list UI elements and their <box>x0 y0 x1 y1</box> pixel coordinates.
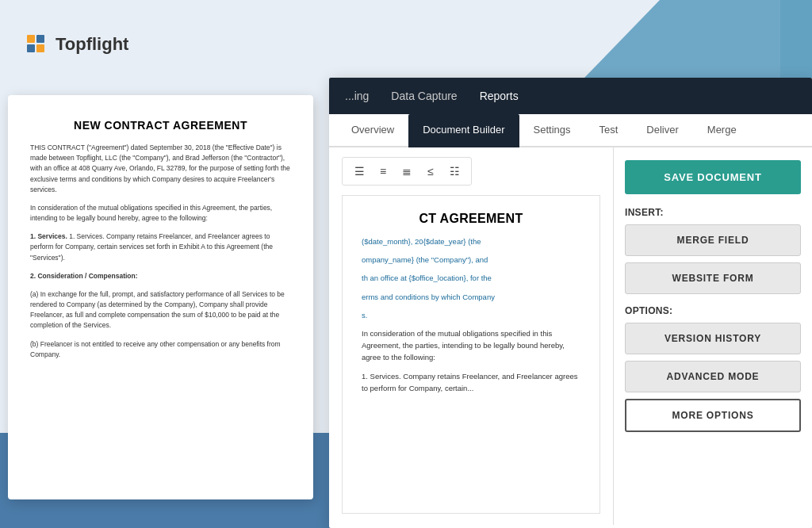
top-nav: ...ing Data Capture Reports <box>329 78 812 114</box>
website-form-button[interactable]: WEBSITE FORM <box>625 262 801 294</box>
doc-left-para-6: (b) Freelancer is not entitled to receiv… <box>30 339 291 360</box>
doc-preview-para-1: In consideration of the mutual obligatio… <box>362 327 580 364</box>
doc-preview-para-2: 1. Services. Company retains Freelancer,… <box>362 370 580 394</box>
nav-item-data-capture[interactable]: Data Capture <box>391 90 457 102</box>
doc-left-para-1: THIS CONTRACT ("Agreement") dated Septem… <box>30 143 291 195</box>
options-label: OPTIONS: <box>625 305 801 316</box>
tab-deliver[interactable]: Deliver <box>632 114 692 147</box>
nav-item-ing[interactable]: ...ing <box>345 90 369 102</box>
doc-left-para-2: In consideration of the mutual obligatio… <box>30 203 291 224</box>
tab-settings[interactable]: Settings <box>519 114 585 147</box>
doc-left-para-5: (a) In exchange for the full, prompt, an… <box>30 289 291 331</box>
svg-rect-0 <box>27 35 35 43</box>
doc-left-title: NEW CONTRACT AGREEMENT <box>30 119 291 132</box>
tabs-bar: Overview Document Builder Settings Test … <box>329 114 812 147</box>
toolbar-outdent[interactable]: ≤ <box>420 163 441 180</box>
doc-preview-merge-4: erms and conditions by which Company <box>362 291 580 303</box>
doc-left-para-3: 1. Services. 1. Services. Company retain… <box>30 231 291 263</box>
toolbar-indent[interactable]: ≣ <box>396 163 417 180</box>
doc-card-left: NEW CONTRACT AGREEMENT THIS CONTRACT ("A… <box>8 95 313 499</box>
version-history-button[interactable]: VERSION HISTORY <box>625 323 801 354</box>
nav-item-reports[interactable]: Reports <box>480 90 519 102</box>
tab-merge[interactable]: Merge <box>693 114 751 147</box>
insert-label: INSERT: <box>625 207 801 218</box>
doc-preview-merge-2: ompany_name} (the "Company"), and <box>362 254 580 266</box>
doc-preview: CT AGREEMENT ($date_month}, 20{$date_yea… <box>342 195 600 514</box>
svg-rect-3 <box>36 44 44 52</box>
doc-preview-inner: CT AGREEMENT ($date_month}, 20{$date_yea… <box>343 196 599 416</box>
tab-document-builder[interactable]: Document Builder <box>408 114 519 147</box>
tab-test[interactable]: Test <box>585 114 633 147</box>
doc-preview-merge-3: th an office at {$office_location}, for … <box>362 272 580 284</box>
merge-field-button[interactable]: MERGE FIELD <box>625 224 801 256</box>
svg-rect-2 <box>27 44 35 52</box>
right-panel: SAVE DOCUMENT INSERT: MERGE FIELD WEBSIT… <box>614 147 812 525</box>
doc-preview-title: CT AGREEMENT <box>362 212 580 226</box>
toolbar-list[interactable]: ≡ <box>373 163 393 180</box>
doc-preview-merge-1: ($date_month}, 20{$date_year} (the <box>362 235 580 247</box>
svg-rect-1 <box>36 35 44 43</box>
editor-area: ☰ ≡ ≣ ≤ ☷ CT AGREEMENT ($date_month}, 20… <box>329 147 614 525</box>
toolbar-table[interactable]: ☷ <box>444 163 465 180</box>
logo-text: Topflight <box>56 34 128 55</box>
app-window: ...ing Data Capture Reports Overview Doc… <box>329 78 812 528</box>
editor-toolbar: ☰ ≡ ≣ ≤ ☷ <box>342 157 472 186</box>
doc-preview-merge-5: s. <box>362 309 580 321</box>
tab-overview[interactable]: Overview <box>337 114 408 147</box>
advanced-mode-button[interactable]: ADVANCED MODE <box>625 361 801 392</box>
main-content: ☰ ≡ ≣ ≤ ☷ CT AGREEMENT ($date_month}, 20… <box>329 147 812 525</box>
logo-icon <box>24 32 49 57</box>
save-document-button[interactable]: SAVE DOCUMENT <box>625 160 801 194</box>
more-options-button[interactable]: MORE OPTIONS <box>625 399 801 432</box>
toolbar-align-left[interactable]: ☰ <box>349 163 370 180</box>
logo-area: Topflight <box>24 32 128 57</box>
doc-left-para-4: 2. Consideration / Compensation: <box>30 271 291 281</box>
